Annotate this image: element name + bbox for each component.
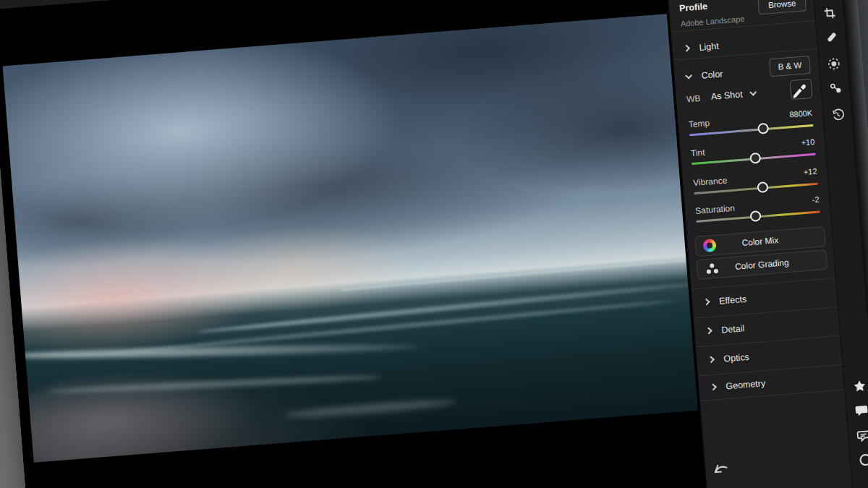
masking-tool-icon[interactable] — [827, 57, 841, 71]
lightroom-screen: Profile Adobe Landscape Browse Light B &… — [0, 0, 868, 488]
section-light[interactable]: Light — [684, 41, 719, 54]
profile-label: Profile — [679, 1, 708, 14]
chevron-right-icon — [683, 45, 690, 52]
versions-history-icon[interactable] — [830, 108, 844, 121]
browse-button[interactable]: Browse — [757, 0, 807, 14]
wb-dropdown[interactable]: As Shot — [710, 88, 756, 102]
photo-horizon — [341, 260, 686, 291]
chevron-right-icon — [707, 356, 715, 363]
section-detail[interactable]: Detail — [706, 323, 745, 336]
sync-profile-icon[interactable] — [858, 453, 868, 466]
feedback-icon[interactable] — [856, 429, 868, 442]
eyedropper-icon — [791, 80, 812, 98]
main-photo — [3, 14, 698, 463]
tint-label: Tint — [690, 147, 705, 158]
tint-slider-knob[interactable] — [750, 153, 762, 164]
app-window: Profile Adobe Landscape Browse Light B &… — [0, 0, 868, 488]
chevron-down-icon — [685, 72, 692, 80]
filmstrip-toggle-button[interactable] — [665, 481, 702, 488]
wb-eyedropper-button[interactable] — [790, 79, 813, 100]
temp-value: 8800K — [789, 108, 813, 119]
photo-foam — [284, 398, 457, 420]
crop-tool-icon[interactable] — [822, 7, 836, 20]
presets-tool-icon[interactable] — [828, 82, 842, 95]
filmstrip-thumbnail[interactable] — [600, 478, 660, 488]
photo-wave-band — [197, 281, 697, 335]
saturation-slider-knob[interactable] — [749, 210, 761, 222]
vibrance-label: Vibrance — [693, 175, 728, 188]
temp-label: Temp — [688, 118, 710, 129]
section-color[interactable]: Color — [686, 69, 723, 82]
wb-label: WB — [686, 93, 701, 104]
vibrance-slider-knob[interactable] — [757, 181, 769, 193]
color-grading-icon — [706, 263, 720, 275]
healing-tool-icon[interactable] — [825, 30, 838, 44]
filmstrip — [29, 473, 704, 488]
photo-canvas — [0, 0, 703, 488]
chevron-right-icon — [703, 299, 710, 306]
section-optics[interactable]: Optics — [708, 352, 749, 365]
section-geometry[interactable]: Geometry — [710, 378, 766, 393]
temp-slider-knob[interactable] — [757, 123, 769, 134]
saturation-value: -2 — [812, 195, 820, 205]
viewport: Profile Adobe Landscape Browse Light B &… — [0, 0, 868, 488]
color-wheel-icon — [702, 239, 716, 252]
photo-sand-reflection — [3, 358, 261, 463]
bw-button[interactable]: B & W — [769, 56, 811, 77]
undo-button[interactable] — [712, 461, 731, 476]
saturation-label: Saturation — [695, 203, 736, 216]
star-rating-icon[interactable] — [852, 379, 866, 393]
comments-icon[interactable] — [854, 403, 867, 417]
section-effects[interactable]: Effects — [704, 294, 747, 308]
chevron-right-icon — [705, 328, 712, 335]
tint-value: +10 — [801, 137, 815, 147]
undo-icon — [712, 461, 731, 476]
chevron-right-icon — [710, 383, 717, 390]
tint-slider-track[interactable] — [692, 153, 816, 165]
filmstrip-thumbnail[interactable] — [544, 483, 604, 488]
filmstrip-thumbnail[interactable] — [658, 474, 703, 488]
vibrance-value: +12 — [803, 167, 817, 176]
chevron-down-icon — [749, 89, 757, 96]
